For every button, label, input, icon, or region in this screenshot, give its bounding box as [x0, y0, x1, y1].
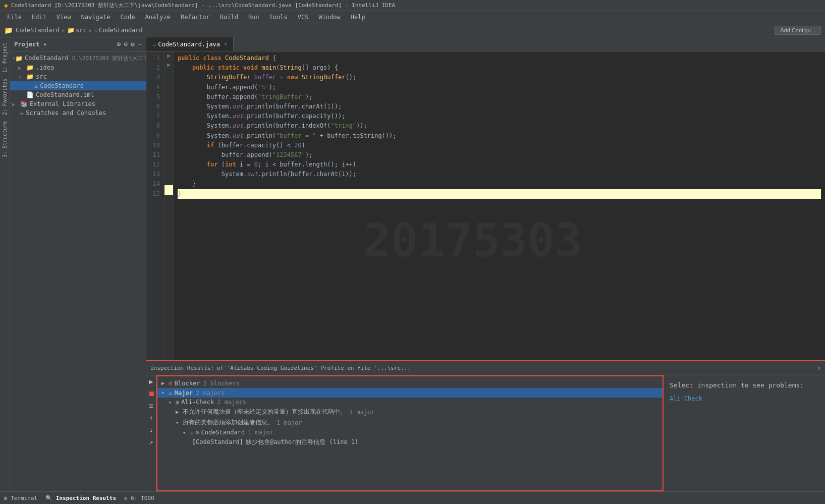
- todo-tab[interactable]: ≡ 6: TODO: [124, 495, 154, 501]
- status-bar: ⊞ Terminal 🔍 Inspection Results ≡ 6: TOD…: [0, 491, 825, 504]
- inspection-item-rule1[interactable]: ▶ 不允许任何魔法值（即未经定义的常量）直接出现在代码中。 1 major: [157, 407, 663, 417]
- menu-file[interactable]: File: [2, 13, 27, 22]
- rule1-label: 不允许任何魔法值（即未经定义的常量）直接出现在代码中。: [183, 408, 346, 416]
- tab-close-button[interactable]: ×: [224, 41, 227, 47]
- code-content[interactable]: public class CodeStandard { public stati…: [174, 51, 825, 360]
- blocker-icon: ⊗: [169, 379, 173, 387]
- inspection-right-panel: Select inspection to see problems: Ali-C…: [664, 375, 825, 491]
- menu-build[interactable]: Build: [215, 13, 243, 22]
- line-num-10: 10: [150, 141, 160, 150]
- inspection-item-ali-check[interactable]: ▾ ◉ Ali-Check 2 majors: [157, 398, 663, 407]
- breadcrumb-file[interactable]: CodeStandard: [99, 27, 143, 34]
- blocker-count: 2 blockers: [203, 380, 239, 387]
- inspection-item-codestandard-node[interactable]: ▾ ☕ ⚙ CodeStandard 1 major: [157, 428, 663, 437]
- line-num-8: 8: [150, 121, 160, 131]
- tree-label: src: [36, 73, 47, 80]
- iml-file-icon: 📄: [26, 91, 34, 98]
- sidebar-expand-button[interactable]: ⊕: [117, 40, 121, 48]
- codestandard-node-count: 1 major: [248, 429, 273, 436]
- line-num-7: 7: [150, 111, 160, 121]
- code-editor[interactable]: 1 2 3 4 5 6 7 8 9 10 11 12 13 14 15: [146, 51, 825, 360]
- filter-button[interactable]: ≡: [148, 400, 154, 412]
- blocker-label: Blocker: [175, 380, 200, 387]
- folder-icon: 📁: [26, 73, 34, 80]
- up-button[interactable]: ↑: [148, 412, 154, 424]
- tab-filename: CodeStandard.java: [158, 41, 220, 48]
- breadcrumb-codestandard[interactable]: CodeStandard: [16, 27, 60, 34]
- rule2-count: 1 major: [277, 419, 302, 426]
- tree-label: CodeStandard.iml: [36, 91, 94, 98]
- menu-vcs[interactable]: VCS: [293, 13, 314, 22]
- menu-navigate[interactable]: Navigate: [76, 13, 116, 22]
- breadcrumb-src[interactable]: src: [76, 27, 87, 34]
- tree-item-external-libs[interactable]: ▶ 📚 External Libraries: [10, 99, 146, 108]
- ali-check-link[interactable]: Ali-Check: [670, 395, 819, 402]
- inspection-prompt: Select inspection to see problems:: [670, 381, 819, 389]
- inspection-tree: ▶ ⊗ Blocker 2 blockers ▾ ⚠ Major 2 major…: [156, 375, 664, 491]
- menu-run[interactable]: Run: [243, 13, 264, 22]
- bottom-tabs-bar: Inspection Results: of 'Alibaba Coding G…: [146, 361, 825, 375]
- inspection-label: Inspection Results:: [150, 365, 214, 371]
- menu-bar: File Edit View Navigate Code Analyze Ref…: [0, 11, 825, 23]
- arrow-icon: ▾: [169, 400, 176, 405]
- editor-tab-codestandard[interactable]: ☕ CodeStandard.java ×: [146, 37, 234, 51]
- line-num-4: 4: [150, 83, 160, 92]
- inspection-results-tab[interactable]: 🔍 Inspection Results: [45, 495, 116, 501]
- run-button[interactable]: ▶: [148, 375, 154, 387]
- close-panel-button[interactable]: ×: [817, 365, 821, 372]
- tree-label: .idea: [36, 64, 54, 71]
- export-button[interactable]: ↗: [148, 436, 154, 448]
- arrow-icon: ▶: [161, 380, 169, 386]
- line-num-14: 14: [150, 179, 160, 189]
- tree-arrow: [18, 92, 26, 98]
- tree-item-src[interactable]: ▾ 📁 src: [10, 72, 146, 81]
- sidebar-tab-favorites[interactable]: 2: Favorites: [1, 76, 9, 118]
- line-num-11: 11: [150, 150, 160, 160]
- rule2-label: 所有的类都必须添加创建者信息。: [183, 418, 273, 427]
- tree-item-idea[interactable]: ▶ 📁 .idea: [10, 63, 146, 72]
- menu-help[interactable]: Help: [346, 13, 370, 22]
- line-num-15: 15: [150, 189, 160, 199]
- menu-window[interactable]: Window: [313, 13, 345, 22]
- menu-analyze[interactable]: Analyze: [140, 13, 176, 22]
- editor-column: ☕ CodeStandard.java × 1 2 3 4 5 6 7 8 9 …: [146, 37, 825, 491]
- menu-refactor[interactable]: Refactor: [176, 13, 215, 22]
- add-configuration-button[interactable]: Add Configu...: [775, 26, 821, 35]
- sidebar-tab-structure[interactable]: 3: Structure: [1, 118, 9, 160]
- sidebar-close-button[interactable]: −: [138, 40, 142, 48]
- line-num-2: 2: [150, 63, 160, 73]
- inspection-item-major[interactable]: ▾ ⚠ Major 2 majors: [157, 388, 663, 398]
- side-panel-buttons: ▶ ⏹ ≡ ↑ ↓ ↗: [146, 375, 156, 491]
- gutter-12: [164, 156, 173, 166]
- sidebar-collapse-button[interactable]: ⊖: [124, 40, 128, 48]
- stop-button[interactable]: ⏹: [147, 387, 156, 400]
- tree-item-scratches[interactable]: ✏ Scratches and Consoles: [10, 108, 146, 118]
- gutter: ▶ ▶: [164, 51, 174, 360]
- editor-tabs: ☕ CodeStandard.java ×: [146, 37, 825, 51]
- sidebar-tab-project[interactable]: 1: Project: [1, 39, 9, 76]
- menu-view[interactable]: View: [51, 13, 76, 22]
- inspection-item-rule2[interactable]: ▾ 所有的类都必须添加创建者信息。 1 major: [157, 417, 663, 428]
- down-button[interactable]: ↓: [148, 424, 154, 436]
- tree-item-codestandard-java[interactable]: ☕ CodeStandard: [10, 81, 146, 90]
- arrow-icon: ▾: [176, 420, 183, 425]
- codestandard-node-label: CodeStandard: [201, 429, 245, 436]
- tree-item-codestandard-iml[interactable]: 📄 CodeStandard.iml: [10, 90, 146, 99]
- menu-code[interactable]: Code: [116, 13, 140, 22]
- inspection-item-fix-msg[interactable]: 【CodeStandard】缺少包含@author的注释信息 (line 1): [157, 437, 663, 447]
- sidebar-settings-button[interactable]: ⚙: [131, 40, 135, 48]
- tab-java-icon: ☕: [152, 41, 156, 48]
- menu-tools[interactable]: Tools: [264, 13, 293, 22]
- menu-edit[interactable]: Edit: [27, 13, 51, 22]
- line-num-5: 5: [150, 92, 160, 102]
- arrow-icon: ▾: [161, 390, 169, 396]
- run-gutter-1[interactable]: ▶: [164, 51, 173, 61]
- inspection-item-blocker[interactable]: ▶ ⊗ Blocker 2 blockers: [157, 378, 663, 388]
- terminal-tab[interactable]: ⊞ Terminal: [4, 495, 37, 501]
- arrow-icon: ▾: [183, 430, 190, 435]
- major-count: 2 majors: [196, 389, 225, 397]
- tree-item-codestandard-root[interactable]: ▾ 📁 CodeStandard D:\20175303 柴轩达\大二下\jav…: [10, 53, 146, 63]
- gutter-11: [164, 147, 173, 156]
- run-gutter-2[interactable]: ▶: [164, 61, 173, 70]
- gutter-15: [164, 185, 173, 195]
